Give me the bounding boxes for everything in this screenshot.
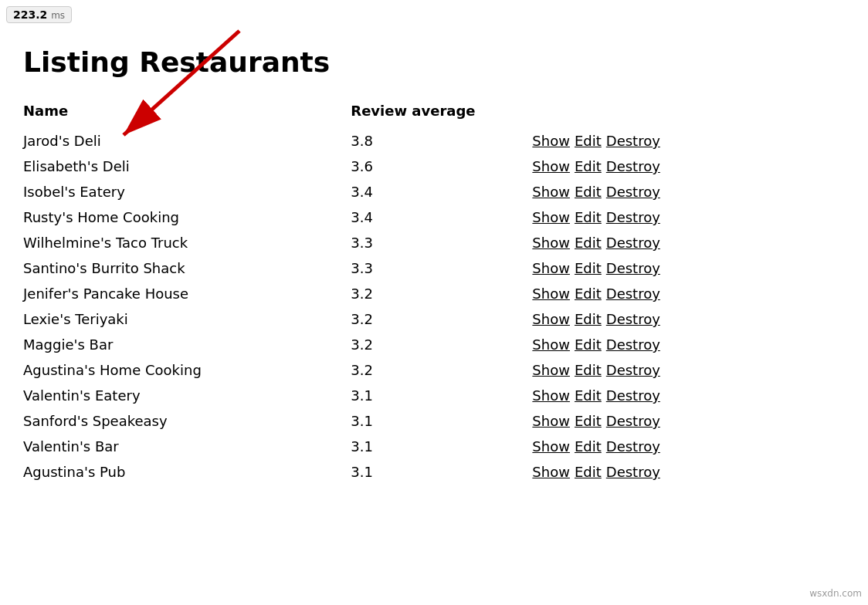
edit-link[interactable]: Edit — [575, 311, 602, 327]
destroy-link[interactable]: Destroy — [606, 464, 660, 480]
table-row: Elisabeth's Deli3.6ShowEditDestroy — [23, 154, 718, 179]
restaurant-name: Wilhelmine's Taco Truck — [23, 230, 351, 255]
restaurant-actions: ShowEditDestroy — [532, 179, 718, 204]
show-link[interactable]: Show — [532, 413, 570, 429]
restaurant-name: Jenifer's Pancake House — [23, 281, 351, 306]
destroy-link[interactable]: Destroy — [606, 133, 660, 149]
destroy-link[interactable]: Destroy — [606, 311, 660, 327]
show-link[interactable]: Show — [532, 133, 570, 149]
table-row: Lexie's Teriyaki3.2ShowEditDestroy — [23, 306, 718, 332]
destroy-link[interactable]: Destroy — [606, 413, 660, 429]
column-header-review-average: Review average — [351, 96, 532, 128]
perf-unit: ms — [51, 10, 65, 21]
restaurant-rating: 3.4 — [351, 179, 532, 204]
edit-link[interactable]: Edit — [575, 362, 602, 378]
restaurant-name: Valentin's Bar — [23, 434, 351, 459]
show-link[interactable]: Show — [532, 311, 570, 327]
table-row: Sanford's Speakeasy3.1ShowEditDestroy — [23, 408, 718, 434]
restaurant-rating: 3.8 — [351, 128, 532, 154]
restaurants-table: Name Review average Jarod's Deli3.8ShowE… — [23, 96, 718, 485]
edit-link[interactable]: Edit — [575, 158, 602, 174]
restaurant-name: Isobel's Eatery — [23, 179, 351, 204]
table-row: Santino's Burrito Shack3.3ShowEditDestro… — [23, 255, 718, 281]
show-link[interactable]: Show — [532, 438, 570, 455]
restaurant-actions: ShowEditDestroy — [532, 255, 718, 281]
table-row: Agustina's Pub3.1ShowEditDestroy — [23, 459, 718, 485]
show-link[interactable]: Show — [532, 158, 570, 174]
restaurant-actions: ShowEditDestroy — [532, 230, 718, 255]
restaurant-name: Elisabeth's Deli — [23, 154, 351, 179]
restaurant-rating: 3.6 — [351, 154, 532, 179]
destroy-link[interactable]: Destroy — [606, 336, 660, 353]
show-link[interactable]: Show — [532, 387, 570, 404]
restaurant-actions: ShowEditDestroy — [532, 383, 718, 408]
edit-link[interactable]: Edit — [575, 413, 602, 429]
show-link[interactable]: Show — [532, 464, 570, 480]
column-header-name: Name — [23, 96, 351, 128]
restaurant-rating: 3.1 — [351, 383, 532, 408]
restaurant-name: Sanford's Speakeasy — [23, 408, 351, 434]
restaurant-actions: ShowEditDestroy — [532, 357, 718, 383]
destroy-link[interactable]: Destroy — [606, 235, 660, 251]
show-link[interactable]: Show — [532, 336, 570, 353]
restaurant-name: Lexie's Teriyaki — [23, 306, 351, 332]
table-row: Wilhelmine's Taco Truck3.3ShowEditDestro… — [23, 230, 718, 255]
destroy-link[interactable]: Destroy — [606, 260, 660, 276]
destroy-link[interactable]: Destroy — [606, 387, 660, 404]
restaurant-actions: ShowEditDestroy — [532, 281, 718, 306]
performance-badge: 223.2 ms — [6, 6, 72, 23]
restaurant-rating: 3.2 — [351, 306, 532, 332]
edit-link[interactable]: Edit — [575, 235, 602, 251]
restaurant-actions: ShowEditDestroy — [532, 128, 718, 154]
restaurant-name: Agustina's Home Cooking — [23, 357, 351, 383]
restaurant-rating: 3.3 — [351, 230, 532, 255]
restaurant-name: Valentin's Eatery — [23, 383, 351, 408]
restaurant-name: Santino's Burrito Shack — [23, 255, 351, 281]
restaurant-actions: ShowEditDestroy — [532, 154, 718, 179]
restaurant-actions: ShowEditDestroy — [532, 408, 718, 434]
destroy-link[interactable]: Destroy — [606, 362, 660, 378]
restaurant-name: Agustina's Pub — [23, 459, 351, 485]
edit-link[interactable]: Edit — [575, 336, 602, 353]
table-row: Jenifer's Pancake House3.2ShowEditDestro… — [23, 281, 718, 306]
show-link[interactable]: Show — [532, 260, 570, 276]
edit-link[interactable]: Edit — [575, 260, 602, 276]
restaurant-rating: 3.1 — [351, 408, 532, 434]
restaurant-name: Jarod's Deli — [23, 128, 351, 154]
edit-link[interactable]: Edit — [575, 387, 602, 404]
restaurant-rating: 3.1 — [351, 434, 532, 459]
perf-value: 223.2 — [13, 8, 47, 21]
table-row: Agustina's Home Cooking3.2ShowEditDestro… — [23, 357, 718, 383]
edit-link[interactable]: Edit — [575, 133, 602, 149]
page-title: Listing Restaurants — [23, 46, 845, 78]
edit-link[interactable]: Edit — [575, 209, 602, 225]
table-row: Jarod's Deli3.8ShowEditDestroy — [23, 128, 718, 154]
show-link[interactable]: Show — [532, 362, 570, 378]
edit-link[interactable]: Edit — [575, 286, 602, 302]
restaurant-actions: ShowEditDestroy — [532, 459, 718, 485]
show-link[interactable]: Show — [532, 184, 570, 200]
restaurant-name: Rusty's Home Cooking — [23, 204, 351, 230]
show-link[interactable]: Show — [532, 235, 570, 251]
table-row: Isobel's Eatery3.4ShowEditDestroy — [23, 179, 718, 204]
destroy-link[interactable]: Destroy — [606, 158, 660, 174]
table-row: Rusty's Home Cooking3.4ShowEditDestroy — [23, 204, 718, 230]
destroy-link[interactable]: Destroy — [606, 184, 660, 200]
restaurant-rating: 3.2 — [351, 281, 532, 306]
restaurant-rating: 3.2 — [351, 332, 532, 357]
restaurant-actions: ShowEditDestroy — [532, 332, 718, 357]
restaurant-rating: 3.2 — [351, 357, 532, 383]
edit-link[interactable]: Edit — [575, 464, 602, 480]
column-header-actions — [532, 96, 718, 128]
edit-link[interactable]: Edit — [575, 438, 602, 455]
show-link[interactable]: Show — [532, 209, 570, 225]
show-link[interactable]: Show — [532, 286, 570, 302]
destroy-link[interactable]: Destroy — [606, 286, 660, 302]
restaurant-actions: ShowEditDestroy — [532, 434, 718, 459]
destroy-link[interactable]: Destroy — [606, 438, 660, 455]
restaurant-rating: 3.3 — [351, 255, 532, 281]
edit-link[interactable]: Edit — [575, 184, 602, 200]
restaurant-rating: 3.4 — [351, 204, 532, 230]
restaurant-actions: ShowEditDestroy — [532, 306, 718, 332]
destroy-link[interactable]: Destroy — [606, 209, 660, 225]
